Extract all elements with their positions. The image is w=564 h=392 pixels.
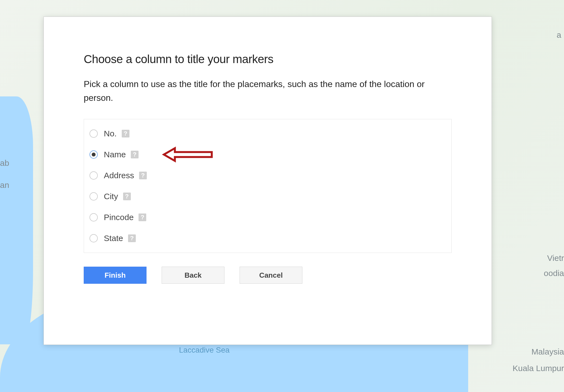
map-label-sea: Laccadive Sea [179, 346, 230, 355]
dialog-button-row: Finish Back Cancel [84, 267, 452, 284]
dialog-title: Choose a column to title your markers [84, 53, 452, 66]
radio-label: No. [104, 129, 117, 138]
help-icon[interactable]: ? [139, 172, 147, 179]
help-icon[interactable]: ? [139, 213, 146, 221]
radio-label: Pincode [104, 213, 134, 222]
annotation-arrow-icon [162, 146, 214, 163]
back-button[interactable]: Back [162, 267, 224, 284]
radio-options-container: No. ? Name ? Address ? City ? Pincode [84, 119, 452, 253]
help-icon[interactable]: ? [131, 151, 139, 158]
radio-option-no[interactable]: No. ? [90, 123, 446, 144]
radio-input-no[interactable] [90, 129, 98, 138]
map-label: Vietr [547, 253, 564, 263]
radio-input-city[interactable] [90, 192, 98, 201]
radio-label: State [104, 234, 123, 243]
radio-input-state[interactable] [90, 234, 98, 242]
radio-option-city[interactable]: City ? [90, 186, 446, 207]
map-label: a [557, 30, 561, 40]
radio-input-address[interactable] [90, 171, 98, 180]
help-icon[interactable]: ? [122, 130, 129, 137]
radio-option-state[interactable]: State ? [90, 228, 446, 249]
help-icon[interactable]: ? [128, 234, 136, 242]
radio-option-pincode[interactable]: Pincode ? [90, 207, 446, 228]
map-label: ab [0, 158, 9, 168]
finish-button[interactable]: Finish [84, 267, 147, 284]
radio-label: Name [104, 150, 126, 159]
dialog-description: Pick a column to use as the title for th… [84, 77, 452, 105]
help-icon[interactable]: ? [123, 193, 131, 200]
map-label: Malaysia [532, 347, 564, 356]
radio-label: Address [104, 171, 134, 180]
map-water [0, 96, 33, 344]
radio-option-address[interactable]: Address ? [90, 165, 446, 186]
radio-input-pincode[interactable] [90, 213, 98, 221]
map-label: an [0, 180, 9, 190]
map-label: Kuala Lumpur [513, 364, 564, 373]
radio-input-name[interactable] [90, 150, 98, 159]
map-label: oodia [544, 269, 564, 278]
cancel-button[interactable]: Cancel [240, 267, 302, 284]
radio-label: City [104, 192, 118, 201]
radio-option-name[interactable]: Name ? [90, 144, 446, 165]
column-title-dialog: Choose a column to title your markers Pi… [44, 17, 492, 345]
